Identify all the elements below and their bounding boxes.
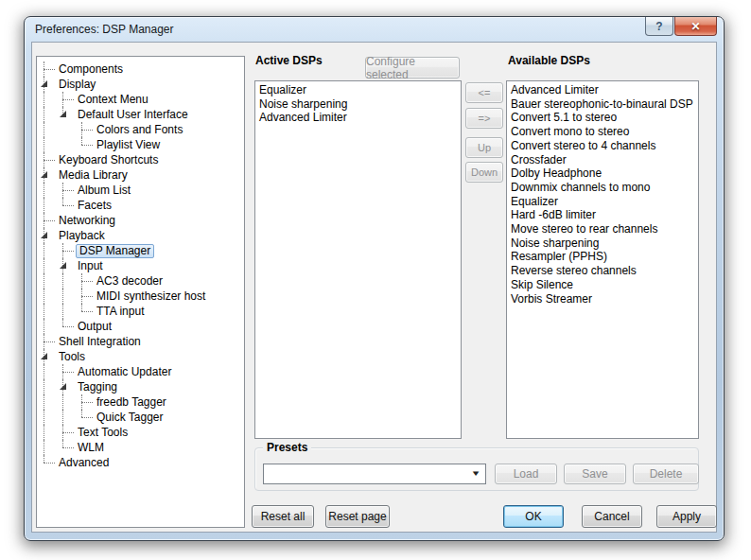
tree-expander-icon[interactable] — [38, 167, 57, 183]
tree-indent — [38, 304, 57, 319]
titlebar[interactable]: Preferences: DSP Manager ? ✕ — [25, 17, 724, 42]
chevron-down-icon: ▼ — [470, 470, 480, 478]
tree-label: Tools — [57, 350, 88, 364]
tree-item-album-list[interactable]: Album List — [38, 183, 244, 198]
tree-item-default-user-interface[interactable]: Default User Interface — [38, 107, 244, 122]
tree-item-networking[interactable]: Networking — [38, 213, 244, 228]
tree-label: WLM — [76, 441, 107, 455]
preferences-window: Preferences: DSP Manager ? ✕ ComponentsD… — [24, 16, 725, 541]
reset-page-button[interactable]: Reset page — [325, 505, 390, 528]
window-title: Preferences: DSP Manager — [35, 23, 174, 36]
tree-item-playlist-view[interactable]: Playlist View — [38, 137, 244, 152]
help-button[interactable]: ? — [645, 17, 673, 36]
dialog-client-area: ComponentsDisplayContext MenuDefault Use… — [31, 42, 717, 533]
load-preset-button[interactable]: Load — [495, 464, 557, 484]
tree-item-output[interactable]: Output — [38, 319, 244, 334]
save-preset-button[interactable]: Save — [564, 464, 626, 484]
list-item[interactable]: Convert 5.1 to stereo — [507, 111, 698, 125]
configure-selected-button[interactable]: Configure selected — [365, 57, 460, 79]
preferences-tree[interactable]: ComponentsDisplayContext MenuDefault Use… — [36, 56, 245, 528]
active-dsps-listbox[interactable]: EqualizerNoise sharpeningAdvanced Limite… — [254, 80, 462, 439]
tree-item-playback[interactable]: Playback — [38, 228, 244, 243]
tree-connector-line — [38, 455, 57, 470]
tree-connector-line — [57, 243, 76, 258]
tree-connector-line — [38, 152, 57, 167]
tree-item-colors-and-fonts[interactable]: Colors and Fonts — [38, 122, 244, 137]
tree-expander-icon[interactable] — [57, 258, 76, 273]
tree-indent — [38, 394, 57, 410]
available-dsps-listbox[interactable]: Advanced LimiterBauer stereophonic-to-bi… — [506, 80, 699, 439]
tree-item-quick-tagger[interactable]: Quick Tagger — [38, 410, 244, 425]
tree-label: Tagging — [76, 380, 120, 394]
tree-item-wlm[interactable]: WLM — [38, 440, 244, 455]
tree-expander-icon[interactable] — [38, 228, 57, 243]
list-item[interactable]: Vorbis Streamer — [507, 292, 698, 306]
tree-item-dsp-manager[interactable]: DSP Manager — [38, 243, 244, 258]
tree-expander-icon[interactable] — [38, 349, 57, 364]
list-item[interactable]: Reverse stereo channels — [507, 264, 698, 278]
list-item[interactable]: Convert stereo to 4 channels — [507, 139, 698, 153]
tree-connector-line — [57, 440, 76, 455]
tree-label: DSP Manager — [76, 244, 154, 258]
list-item[interactable]: Move stereo to rear channels — [507, 222, 698, 236]
tree-indent — [57, 394, 76, 410]
tree-item-media-library[interactable]: Media Library — [38, 167, 244, 183]
tree-item-shell-integration[interactable]: Shell Integration — [38, 334, 244, 349]
tree-item-facets[interactable]: Facets — [38, 198, 244, 213]
tree-item-context-menu[interactable]: Context Menu — [38, 92, 244, 107]
tree-item-midi-synthesizer-host[interactable]: MIDI synthesizer host — [38, 289, 244, 304]
cancel-button[interactable]: Cancel — [582, 505, 642, 528]
ok-button[interactable]: OK — [503, 505, 564, 528]
tree-item-tools[interactable]: Tools — [38, 349, 244, 364]
tree-expander-icon[interactable] — [57, 107, 76, 122]
list-item[interactable]: Crossfader — [507, 153, 698, 167]
tree-expander-icon[interactable] — [57, 379, 76, 394]
tree-item-ac3-decoder[interactable]: AC3 decoder — [38, 273, 244, 289]
apply-button[interactable]: Apply — [656, 505, 717, 528]
list-item[interactable]: Equalizer — [507, 195, 698, 209]
list-item[interactable]: Hard -6dB limiter — [507, 208, 698, 222]
tree-indent — [38, 273, 57, 289]
reset-all-button[interactable]: Reset all — [252, 505, 314, 528]
tree-expander-icon[interactable] — [38, 77, 57, 92]
tree-item-keyboard-shortcuts[interactable]: Keyboard Shortcuts — [38, 152, 244, 167]
tree-indent — [57, 289, 76, 304]
close-icon: ✕ — [690, 20, 700, 33]
close-button[interactable]: ✕ — [674, 17, 717, 36]
tree-indent — [38, 258, 57, 273]
tree-item-input[interactable]: Input — [38, 258, 244, 273]
tree-item-display[interactable]: Display — [38, 77, 244, 92]
move-to-active-button[interactable]: <= — [465, 82, 503, 103]
list-item[interactable]: Resampler (PPHS) — [507, 250, 698, 264]
move-to-available-button[interactable]: => — [465, 108, 503, 129]
desktop-background: Preferences: DSP Manager ? ✕ ComponentsD… — [0, 0, 751, 560]
tree-item-components[interactable]: Components — [38, 61, 244, 77]
tree-label: Album List — [76, 184, 133, 198]
active-dsps-heading: Active DSPs — [255, 54, 323, 67]
list-item[interactable]: Advanced Limiter — [255, 111, 461, 125]
tree-item-freedb-tagger[interactable]: freedb Tagger — [38, 394, 244, 410]
list-item[interactable]: Noise sharpening — [255, 97, 461, 112]
list-item[interactable]: Downmix channels to mono — [507, 181, 698, 195]
move-down-button[interactable]: Down — [465, 162, 503, 183]
tree-item-text-tools[interactable]: Text Tools — [38, 425, 244, 440]
delete-preset-button[interactable]: Delete — [633, 464, 699, 484]
tree-label: freedb Tagger — [95, 395, 169, 410]
tree-item-tagging[interactable]: Tagging — [38, 379, 244, 394]
list-item[interactable]: Bauer stereophonic-to-binaural DSP — [507, 97, 698, 112]
list-item[interactable]: Advanced Limiter — [507, 83, 698, 97]
tree-item-tta-input[interactable]: TTA input — [38, 304, 244, 319]
list-item[interactable]: Noise sharpening — [507, 236, 698, 251]
move-up-button[interactable]: Up — [465, 137, 503, 158]
tree-item-advanced[interactable]: Advanced — [38, 455, 244, 470]
list-item[interactable]: Dolby Headphone — [507, 166, 698, 181]
list-item[interactable]: Equalizer — [255, 83, 461, 97]
tree-label: Playback — [57, 229, 108, 243]
list-item[interactable]: Convert mono to stereo — [507, 125, 698, 139]
tree-indent — [38, 364, 57, 379]
list-item[interactable]: Skip Silence — [507, 278, 698, 292]
tree-item-automatic-updater[interactable]: Automatic Updater — [38, 364, 244, 379]
preset-combobox[interactable]: ▼ — [263, 464, 486, 484]
tree-indent — [38, 440, 57, 455]
tree-indent — [38, 289, 57, 304]
